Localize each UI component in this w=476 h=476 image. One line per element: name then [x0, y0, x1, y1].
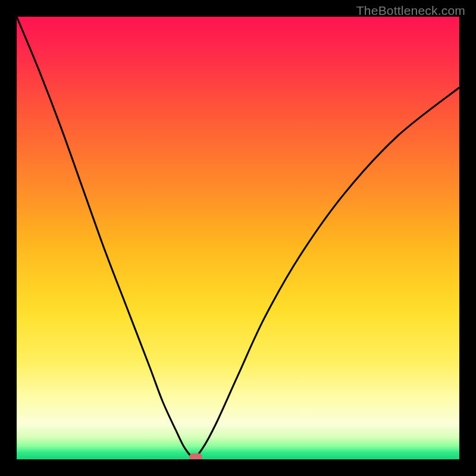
- optimum-marker: [189, 453, 202, 459]
- curve-layer: [17, 17, 459, 459]
- chart-frame: TheBottleneck.com: [0, 0, 476, 476]
- bottleneck-curve: [17, 17, 459, 457]
- watermark-text: TheBottleneck.com: [356, 4, 465, 18]
- plot-area: [17, 17, 459, 459]
